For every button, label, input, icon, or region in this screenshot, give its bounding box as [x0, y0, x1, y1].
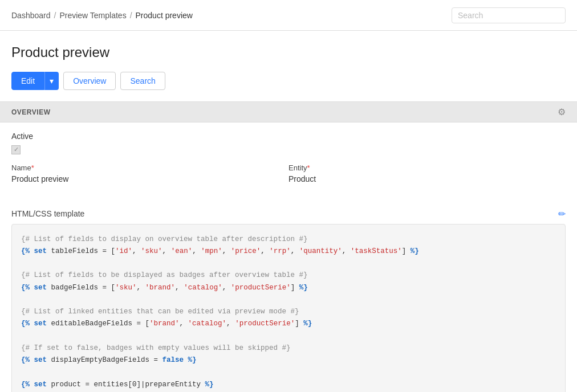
breadcrumb: Dashboard / Preview Templates / Product …: [11, 11, 193, 20]
code-line-blank-2: [21, 294, 556, 306]
code-line-blank-4: [21, 366, 556, 378]
code-line-3: {# List of fields to be displayed as bad…: [21, 270, 556, 281]
name-required: *: [31, 164, 34, 172]
template-title: HTML/CSS template: [11, 209, 84, 218]
template-header: HTML/CSS template ✏: [11, 209, 566, 219]
breadcrumb-dashboard[interactable]: Dashboard: [11, 11, 51, 20]
code-line-9: {% set product = entities[0]|prepareEnti…: [21, 379, 556, 391]
code-line-blank-1: [21, 258, 556, 270]
code-line-2: {% set tableFields = ['id', 'sku', 'ean'…: [21, 246, 556, 258]
breadcrumb-sep-2: /: [130, 11, 132, 20]
code-line-7: {# If set to false, badges with empty va…: [21, 342, 556, 354]
name-field-group: Name* Product preview: [11, 164, 288, 190]
code-line-8: {% set displayEmptyBadgeFields = false %…: [21, 354, 556, 366]
name-field-value: Product preview: [11, 174, 288, 183]
search-button[interactable]: Search: [120, 72, 165, 90]
breadcrumb-current: Product preview: [136, 11, 193, 20]
code-line-1: {# List of fields to display on overview…: [21, 234, 556, 246]
search-placeholder: Search: [458, 11, 483, 20]
edit-button[interactable]: Edit: [11, 72, 44, 90]
code-line-5: {# List of linked entities that can be e…: [21, 306, 556, 318]
active-label: Active: [11, 132, 566, 141]
edit-pencil-icon[interactable]: ✏: [558, 209, 566, 219]
chevron-down-icon: ▾: [50, 76, 54, 85]
gear-icon[interactable]: ⚙: [558, 107, 566, 117]
page-title-area: Product preview Edit ▾ Overview Search: [0, 31, 577, 101]
fields-row: Name* Product preview Entity* Product: [11, 164, 566, 190]
entity-field-group: Entity* Product: [288, 164, 566, 190]
breadcrumb-sep-1: /: [54, 11, 56, 20]
code-line-4: {% set badgeFields = ['sku', 'brand', 'c…: [21, 282, 556, 294]
toolbar: Edit ▾ Overview Search: [11, 72, 566, 90]
code-line-6: {% set editableBadgeFields = ['brand', '…: [21, 318, 556, 330]
entity-field-value: Product: [288, 174, 566, 183]
page-title: Product preview: [11, 44, 566, 60]
header-search-input[interactable]: Search: [452, 7, 566, 23]
entity-field-label: Entity*: [288, 164, 566, 172]
code-block: {# List of fields to display on overview…: [11, 224, 566, 393]
code-line-blank-3: [21, 330, 556, 342]
overview-content: Active Name* Product preview Entity* Pro…: [0, 122, 577, 209]
overview-section-title: OVERVIEW: [11, 108, 50, 116]
active-checkbox: [11, 145, 21, 154]
edit-dropdown-button[interactable]: ▾: [44, 72, 59, 90]
entity-required: *: [307, 164, 310, 172]
name-field-label: Name*: [11, 164, 288, 172]
breadcrumb-preview-templates[interactable]: Preview Templates: [59, 11, 126, 20]
overview-button[interactable]: Overview: [63, 72, 116, 90]
overview-section-header: OVERVIEW ⚙: [0, 101, 577, 122]
template-section: HTML/CSS template ✏ {# List of fields to…: [0, 209, 577, 393]
header: Dashboard / Preview Templates / Product …: [0, 0, 577, 31]
